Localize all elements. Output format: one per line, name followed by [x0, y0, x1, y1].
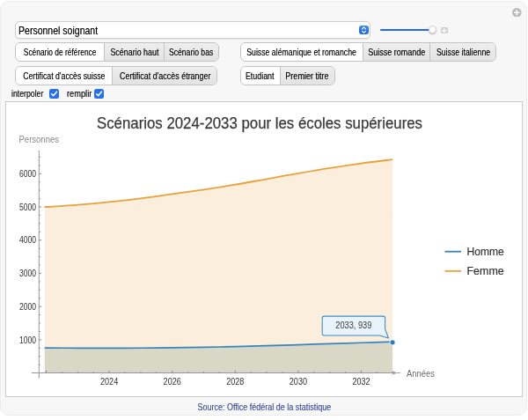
- svg-text:2024: 2024: [100, 376, 118, 387]
- svg-text:Personnes: Personnes: [19, 135, 60, 144]
- svg-text:4000: 4000: [19, 234, 36, 245]
- svg-text:2028: 2028: [226, 376, 244, 387]
- svg-text:2000: 2000: [19, 301, 36, 312]
- svg-text:2033, 939: 2033, 939: [335, 320, 371, 330]
- svg-text:2030: 2030: [290, 376, 307, 387]
- svg-text:5000: 5000: [19, 202, 36, 212]
- svg-text:1000: 1000: [19, 335, 36, 345]
- svg-text:Années: Années: [407, 369, 435, 379]
- svg-text:2026: 2026: [164, 376, 181, 387]
- svg-text:3000: 3000: [19, 268, 36, 278]
- svg-text:2032: 2032: [352, 376, 370, 387]
- svg-text:Femme: Femme: [467, 264, 504, 277]
- svg-text:6000: 6000: [19, 168, 36, 179]
- svg-text:Scénarios 2024-2033 pour les é: Scénarios 2024-2033 pour les écoles supé…: [97, 114, 422, 132]
- svg-text:Homme: Homme: [467, 245, 504, 258]
